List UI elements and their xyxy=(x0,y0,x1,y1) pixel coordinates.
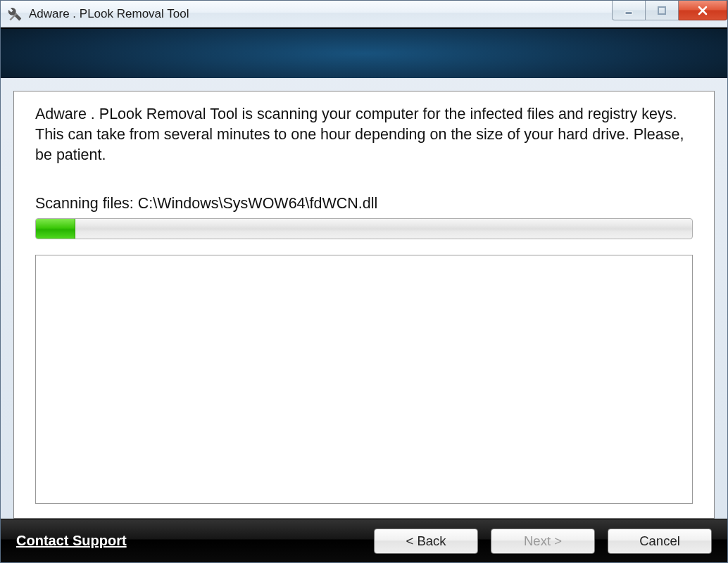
window-controls xyxy=(613,1,727,20)
app-window: Adware . PLook Removal Tool Adware . PLo… xyxy=(0,0,728,563)
wizard-footer: Contact Support < Back Next > Cancel xyxy=(1,519,727,562)
content-wrapper: Adware . PLook Removal Tool is scanning … xyxy=(1,78,727,519)
next-button[interactable]: Next > xyxy=(491,529,595,554)
scan-progress-bar xyxy=(35,218,693,239)
content-panel: Adware . PLook Removal Tool is scanning … xyxy=(13,91,715,519)
svg-rect-1 xyxy=(658,7,665,14)
minimize-button[interactable] xyxy=(612,1,646,20)
back-button[interactable]: < Back xyxy=(374,529,478,554)
header-banner xyxy=(1,27,727,78)
scan-description: Adware . PLook Removal Tool is scanning … xyxy=(35,104,693,165)
close-button[interactable] xyxy=(678,1,727,20)
titlebar[interactable]: Adware . PLook Removal Tool xyxy=(1,1,727,27)
window-title: Adware . PLook Removal Tool xyxy=(29,7,613,21)
scan-current-file: C:\Windows\SysWOW64\fdWCN.dll xyxy=(138,195,377,212)
svg-rect-0 xyxy=(625,12,632,14)
maximize-button[interactable] xyxy=(645,1,679,20)
scan-status-line: Scanning files: C:\Windows\SysWOW64\fdWC… xyxy=(35,195,693,213)
tools-icon xyxy=(8,7,22,21)
results-list[interactable] xyxy=(35,255,693,504)
cancel-button[interactable]: Cancel xyxy=(608,529,712,554)
contact-support-link[interactable]: Contact Support xyxy=(16,533,361,549)
scan-label: Scanning files: xyxy=(35,195,134,212)
scan-progress-fill xyxy=(36,219,75,239)
